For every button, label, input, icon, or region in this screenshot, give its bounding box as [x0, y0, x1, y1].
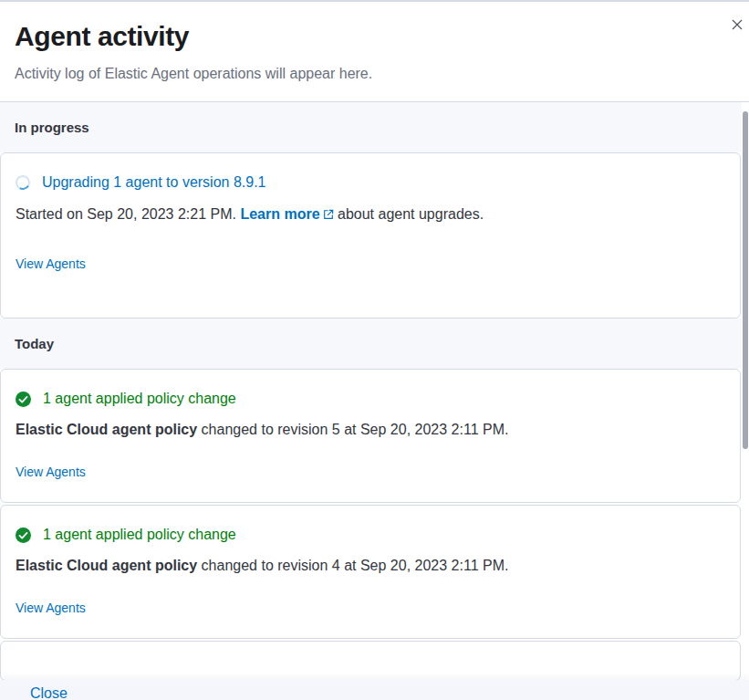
activity-card-upgrade: Upgrading 1 agent to version 8.9.1 Start…: [0, 152, 741, 319]
check-in-circle-icon: [16, 392, 31, 407]
activity-card-policy-rev5: 1 agent applied policy change Elastic Cl…: [0, 369, 741, 503]
body-suffix: about agent upgrades.: [338, 206, 484, 222]
policy-name: Elastic Cloud agent policy: [16, 558, 197, 573]
activity-card-policy-rev4: 1 agent applied policy change Elastic Cl…: [0, 505, 741, 639]
agent-activity-flyout: Agent activity Activity log of Elastic A…: [0, 0, 749, 700]
policy-change-title: 1 agent applied policy change: [43, 524, 236, 546]
card-title-row: 1 agent applied policy change: [16, 524, 725, 546]
section-label: Today: [15, 336, 54, 351]
activity-card-partial: [0, 641, 741, 680]
policy-name: Elastic Cloud agent policy: [16, 422, 197, 437]
card-body-text: Elastic Cloud agent policy changed to re…: [16, 421, 725, 438]
card-body-text: Started on Sep 20, 2023 2:21 PM. Learn m…: [16, 205, 725, 223]
card-body-text: Elastic Cloud agent policy changed to re…: [16, 557, 725, 574]
body-prefix: Started on Sep 20, 2023 2:21 PM.: [16, 206, 236, 222]
vertical-scrollbar-thumb[interactable]: [743, 111, 748, 449]
loading-spinner-icon: [14, 173, 32, 192]
view-agents-link[interactable]: View Agents: [16, 465, 86, 480]
card-title-row: Upgrading 1 agent to version 8.9.1: [16, 172, 725, 193]
close-icon: [732, 19, 743, 30]
check-in-circle-icon: [16, 528, 31, 543]
card-title-row: 1 agent applied policy change: [16, 388, 725, 410]
footer-close-link[interactable]: Close: [30, 685, 68, 700]
section-header-in-progress: In progress: [0, 102, 742, 152]
flyout-footer: Close: [0, 680, 749, 700]
learn-more-link[interactable]: Learn more: [240, 206, 333, 222]
section-header-today: Today: [0, 319, 742, 369]
learn-more-label: Learn more: [240, 206, 319, 222]
policy-change-title: 1 agent applied policy change: [43, 388, 236, 410]
view-agents-link[interactable]: View Agents: [16, 256, 86, 272]
view-agents-link[interactable]: View Agents: [16, 601, 86, 616]
flyout-header: Agent activity Activity log of Elastic A…: [0, 2, 749, 102]
upgrade-title-link[interactable]: Upgrading 1 agent to version 8.9.1: [42, 172, 266, 193]
external-link-icon: [323, 209, 334, 220]
close-button[interactable]: [729, 16, 745, 33]
body-rest: changed to revision 5 at Sep 20, 2023 2:…: [202, 422, 509, 437]
activity-scroll-area: In progress Upgrading 1 agent to version…: [0, 102, 742, 680]
body-rest: changed to revision 4 at Sep 20, 2023 2:…: [202, 558, 509, 573]
flyout-subtitle: Activity log of Elastic Agent operations…: [15, 65, 705, 82]
section-label: In progress: [15, 120, 89, 135]
page-title: Agent activity: [15, 20, 705, 53]
